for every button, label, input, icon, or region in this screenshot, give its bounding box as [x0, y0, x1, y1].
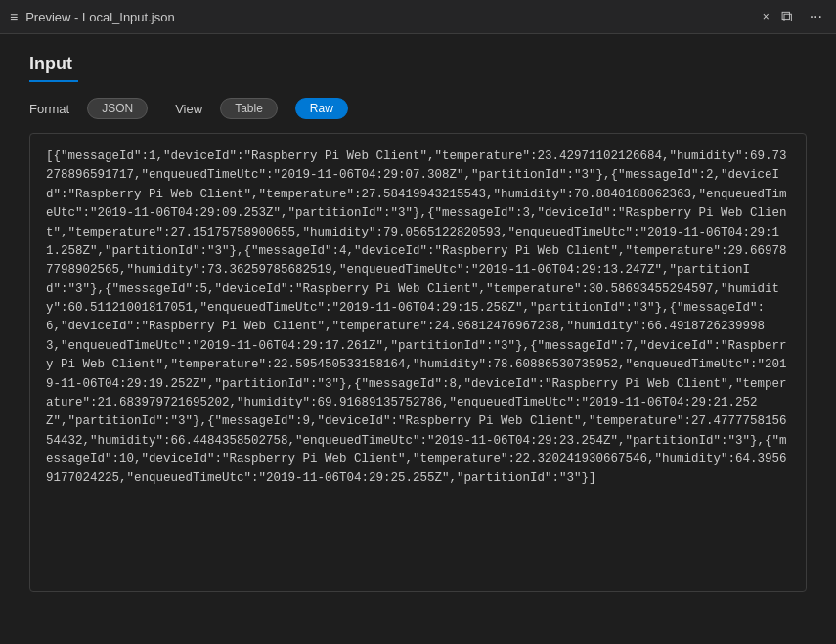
menu-icon[interactable]: ≡	[10, 9, 18, 24]
title-bar-actions: ⧉ ···	[777, 6, 826, 27]
main-content: Input Format JSON View Table Raw [{"mess…	[0, 34, 836, 612]
section-underline	[29, 80, 78, 82]
json-button[interactable]: JSON	[87, 98, 148, 119]
title-bar-title: Preview - Local_Input.json	[25, 10, 750, 24]
raw-button[interactable]: Raw	[295, 98, 348, 119]
close-tab-button[interactable]: ×	[763, 10, 770, 23]
toolbar-row: Format JSON View Table Raw	[29, 98, 807, 119]
content-box[interactable]: [{"messageId":1,"deviceId":"Raspberry Pi…	[29, 133, 807, 592]
table-button[interactable]: Table	[220, 98, 278, 119]
split-editor-button[interactable]: ⧉	[777, 6, 796, 27]
view-label: View	[175, 102, 202, 116]
title-bar: ≡ Preview - Local_Input.json × ⧉ ···	[0, 0, 836, 34]
section-title: Input	[29, 54, 807, 74]
more-actions-button[interactable]: ···	[806, 6, 826, 27]
format-label: Format	[29, 102, 69, 116]
